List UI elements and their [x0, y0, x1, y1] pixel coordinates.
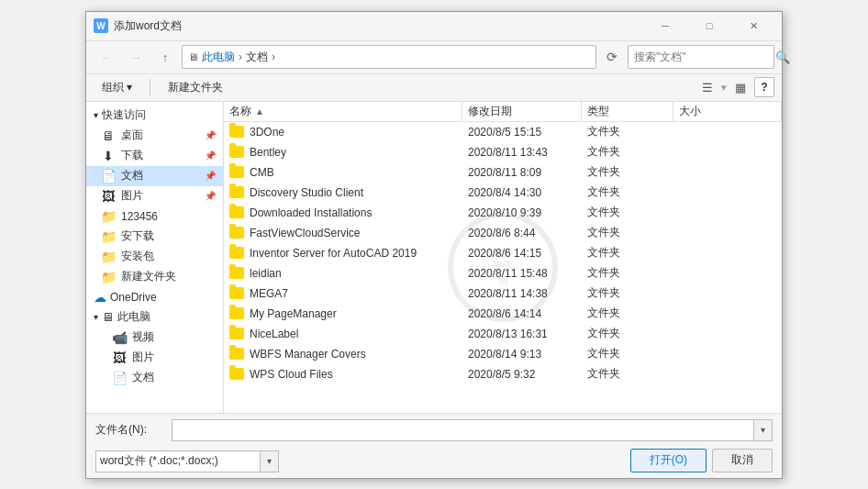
file-size [673, 263, 782, 283]
file-date: 2020/8/6 14:14 [462, 304, 582, 324]
file-type: 文件夹 [582, 183, 673, 203]
filename-dropdown-button[interactable]: ▾ [753, 420, 772, 440]
documents-icon: 📄 [112, 371, 127, 385]
sidebar-item-123456[interactable]: 📁 123456 [86, 206, 223, 227]
folder-icon-row [229, 328, 244, 339]
file-row[interactable]: 3DOne 2020/8/5 15:15 文件夹 [224, 122, 782, 142]
sidebar-item-install-label: 安装包 [121, 249, 154, 264]
col-header-date[interactable]: 修改日期 [462, 102, 582, 121]
breadcrumb-thispc[interactable]: 此电脑 [202, 50, 235, 65]
sidebar-item-newdir[interactable]: 📁 新建文件夹 [86, 267, 223, 287]
title-buttons: ─ □ ✕ [644, 11, 774, 40]
file-row[interactable]: Discovery Studio Client 2020/8/4 14:30 文… [224, 183, 782, 203]
file-row[interactable]: NiceLabel 2020/8/13 16:31 文件夹 [224, 324, 782, 344]
sidebar-item-video-label: 视频 [132, 329, 154, 345]
onedrive-icon: ☁ [94, 290, 106, 305]
sidebar-item-andownload[interactable]: 📁 安下载 [86, 227, 223, 247]
file-name: MEGA7 [250, 287, 288, 300]
file-date: 2020/8/13 16:31 [462, 324, 582, 344]
back-button[interactable]: ← [94, 45, 119, 69]
col-header-type[interactable]: 类型 [582, 102, 673, 121]
file-type: 文件夹 [582, 203, 673, 223]
file-size [673, 223, 782, 243]
close-button[interactable]: ✕ [732, 11, 774, 40]
file-size [673, 304, 782, 324]
sidebar-item-documents[interactable]: 📄 文档 [86, 368, 223, 388]
file-row[interactable]: FastViewCloudService 2020/8/6 8:44 文件夹 [224, 223, 782, 243]
sidebar-item-install[interactable]: 📁 安装包 [86, 247, 223, 267]
file-row[interactable]: WPS Cloud Files 2020/8/5 9:32 文件夹 [224, 364, 782, 384]
file-type: 文件夹 [582, 304, 673, 324]
file-row[interactable]: leidian 2020/8/11 15:48 文件夹 [224, 263, 782, 283]
pin-icon-pics: 📌 [205, 191, 216, 201]
file-rows: 软件资讯网 3DOne 2020/8/5 15:15 文件夹 Bentley 2… [224, 122, 782, 413]
folder-icon-4: 📁 [101, 270, 116, 284]
file-type: 文件夹 [582, 344, 673, 364]
file-row[interactable]: My PageManager 2020/8/6 14:14 文件夹 [224, 304, 782, 324]
sidebar-item-pics[interactable]: 🖼 图片 📌 [86, 186, 223, 206]
open-button[interactable]: 打开(O) [630, 449, 707, 472]
file-date: 2020/8/14 9:13 [462, 344, 582, 364]
onedrive-header[interactable]: ☁ OneDrive [86, 287, 223, 307]
cancel-button[interactable]: 取消 [712, 449, 773, 472]
minimize-button[interactable]: ─ [644, 11, 686, 40]
thispc-header[interactable]: ▾ 🖥 此电脑 [86, 307, 223, 328]
file-name: My PageManager [250, 307, 337, 320]
file-row[interactable]: Bentley 2020/8/11 13:43 文件夹 [224, 142, 782, 162]
file-name: FastViewCloudService [250, 227, 361, 239]
up-button[interactable]: ↑ [152, 45, 178, 69]
folder-icon-row [229, 368, 244, 380]
sidebar-item-download[interactable]: ⬇ 下载 📌 [86, 146, 223, 166]
file-row[interactable]: Downloaded Installations 2020/8/10 9:39 … [224, 203, 782, 223]
view-preview-button[interactable]: ▦ [729, 77, 752, 97]
maximize-button[interactable]: □ [688, 11, 730, 40]
file-row[interactable]: WBFS Manager Covers 2020/8/14 9:13 文件夹 [224, 344, 782, 364]
organize-arrow: ▾ [127, 81, 132, 94]
col-header-size[interactable]: 大小 [673, 102, 782, 121]
sidebar-item-pictures[interactable]: 🖼 图片 [86, 348, 223, 368]
new-folder-button[interactable]: 新建文件夹 [160, 77, 231, 97]
desktop-icon: 🖥 [101, 128, 116, 143]
folder-icon-1: 📁 [101, 209, 116, 224]
sidebar-item-video[interactable]: 📹 视频 [86, 328, 223, 348]
file-name: 3DOne [250, 126, 284, 139]
folder-icon-row [229, 348, 244, 360]
file-type: 文件夹 [582, 283, 673, 304]
sidebar-item-desktop[interactable]: 🖥 桌面 📌 [86, 126, 223, 146]
view-controls: ☰ ▾ ▦ ? [696, 77, 774, 97]
action-bar: 组织 ▾ 新建文件夹 ☰ ▾ ▦ ? [86, 74, 782, 102]
filetype-select-text: word文件 (*.doc;*.docx;) [96, 453, 260, 469]
file-type: 文件夹 [582, 364, 673, 384]
bottom-bar: 文件名(N): ▾ word文件 (*.doc;*.docx;) ▾ 打开(O)… [86, 413, 782, 478]
filetype-dropdown-button[interactable]: ▾ [260, 451, 278, 472]
filename-label: 文件名(N): [95, 422, 164, 438]
file-date: 2020/8/11 15:48 [462, 263, 582, 283]
filename-input[interactable] [172, 420, 753, 440]
file-size [673, 162, 782, 183]
sidebar-item-docs[interactable]: 📄 文档 📌 [86, 166, 223, 186]
file-name: WBFS Manager Covers [250, 348, 366, 361]
col-header-name[interactable]: 名称 ▲ [224, 102, 462, 121]
forward-button[interactable]: → [123, 45, 149, 69]
file-type: 文件夹 [582, 223, 673, 243]
file-row[interactable]: MEGA7 2020/8/11 14:38 文件夹 [224, 283, 782, 304]
file-row[interactable]: CMB 2020/8/11 8:09 文件夹 [224, 162, 782, 183]
breadcrumb-docs: 文档 [246, 50, 268, 65]
bottom-footer: word文件 (*.doc;*.docx;) ▾ 打开(O) 取消 [95, 447, 773, 472]
thispc-icon: 🖥 [102, 310, 114, 324]
main-area: ▾ 快速访问 🖥 桌面 📌 ⬇ 下载 📌 📄 文档 📌 🖼 图片 [86, 102, 782, 413]
separator1 [150, 79, 150, 95]
view-details-button[interactable]: ☰ [696, 77, 719, 97]
file-date: 2020/8/6 8:44 [462, 223, 582, 243]
search-input[interactable] [634, 50, 772, 63]
title-bar: W 添加word文档 ─ □ ✕ [86, 12, 782, 41]
organize-button[interactable]: 组织 ▾ [94, 77, 140, 97]
help-button[interactable]: ? [754, 77, 774, 97]
pics-icon: 🖼 [101, 189, 116, 204]
quick-access-header[interactable]: ▾ 快速访问 [86, 106, 223, 126]
file-date: 2020/8/4 14:30 [462, 183, 582, 203]
refresh-button[interactable]: ⟳ [600, 45, 624, 69]
filename-row: 文件名(N): ▾ [95, 419, 773, 441]
pin-icon-docs: 📌 [205, 171, 216, 181]
file-row[interactable]: Inventor Server for AutoCAD 2019 2020/8/… [224, 243, 782, 263]
